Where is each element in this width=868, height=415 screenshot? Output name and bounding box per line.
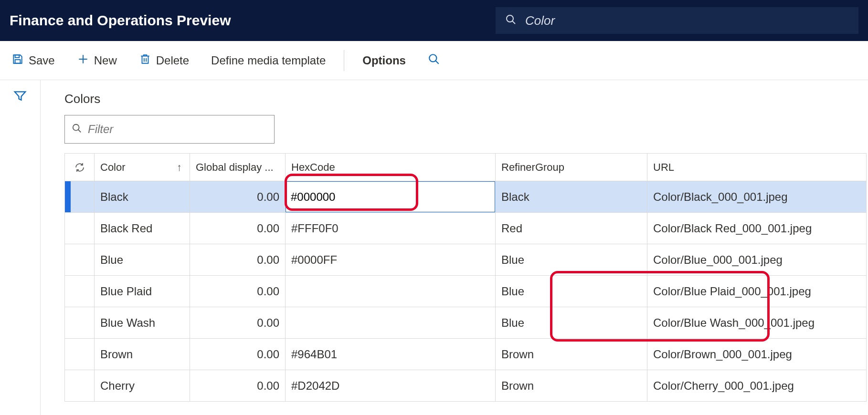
toolbar-separator xyxy=(344,50,344,71)
options-button[interactable]: Options xyxy=(359,51,410,70)
new-label: New xyxy=(94,54,117,67)
selected-row-indicator xyxy=(65,181,71,212)
row-selector-cell[interactable] xyxy=(65,213,95,244)
url-cell[interactable]: Color/Blue_000_001.jpeg xyxy=(647,244,866,275)
options-label: Options xyxy=(362,54,406,67)
url-cell[interactable]: Color/Brown_000_001.jpeg xyxy=(647,339,866,370)
global-display-cell[interactable]: 0.00 xyxy=(190,370,286,401)
save-label: Save xyxy=(29,54,55,67)
svg-rect-3 xyxy=(15,60,21,63)
page-title: Colors xyxy=(64,92,868,106)
hexcode-cell[interactable]: #964B01 xyxy=(286,339,496,370)
toolbar-search-button[interactable] xyxy=(424,50,444,71)
global-display-cell[interactable]: 0.00 xyxy=(190,339,286,370)
row-selector-cell[interactable] xyxy=(65,276,95,307)
search-icon xyxy=(428,53,440,68)
svg-line-11 xyxy=(78,130,81,133)
table-row[interactable]: Cherry0.00#D2042DBrownColor/Cherry_000_0… xyxy=(65,370,866,402)
url-cell[interactable]: Color/Blue Plaid_000_001.jpeg xyxy=(647,276,866,307)
svg-point-0 xyxy=(507,15,513,22)
delete-button[interactable]: Delete xyxy=(135,50,193,71)
hex-header-label: HexCode xyxy=(291,161,335,174)
hexcode-cell[interactable]: #FFF0F0 xyxy=(286,213,496,244)
hexcode-cell[interactable] xyxy=(286,181,496,212)
hexcode-cell[interactable] xyxy=(286,307,496,338)
refiner-cell[interactable]: Blue xyxy=(496,244,647,275)
url-header-label: URL xyxy=(653,161,674,174)
color-cell[interactable]: Black xyxy=(95,181,190,212)
table-row[interactable]: Blue Wash0.00BlueColor/Blue Wash_000_001… xyxy=(65,307,866,339)
global-display-cell[interactable]: 0.00 xyxy=(190,181,286,212)
new-button[interactable]: New xyxy=(73,50,121,71)
left-rail xyxy=(0,80,41,415)
global-display-column-header[interactable]: Global display ... xyxy=(190,154,286,181)
global-search[interactable]: Color xyxy=(496,7,858,34)
refiner-column-header[interactable]: RefinerGroup xyxy=(496,154,647,181)
color-cell[interactable]: Blue Wash xyxy=(95,307,190,338)
table-header-row: Color ↑ Global display ... HexCode Refin… xyxy=(65,154,866,181)
app-title: Finance and Operations Preview xyxy=(10,12,231,29)
svg-point-10 xyxy=(73,124,79,131)
hexcode-input[interactable] xyxy=(286,182,401,212)
global-search-text: Color xyxy=(525,13,555,28)
color-cell[interactable]: Blue xyxy=(95,244,190,275)
refiner-cell[interactable]: Blue xyxy=(496,307,647,338)
color-cell[interactable]: Black Red xyxy=(95,213,190,244)
search-icon xyxy=(72,123,82,135)
global-display-cell[interactable]: 0.00 xyxy=(190,276,286,307)
save-button[interactable]: Save xyxy=(8,50,59,71)
delete-label: Delete xyxy=(156,54,189,67)
search-icon xyxy=(505,14,525,27)
hexcode-cell[interactable]: #0000FF xyxy=(286,244,496,275)
hexcode-column-header[interactable]: HexCode xyxy=(286,154,496,181)
refiner-cell[interactable]: Blue xyxy=(496,276,647,307)
svg-rect-2 xyxy=(15,55,20,57)
global-display-cell[interactable]: 0.00 xyxy=(190,213,286,244)
row-selector-cell[interactable] xyxy=(65,370,95,401)
trash-icon xyxy=(139,53,151,68)
action-toolbar: Save New Delete Define media template Op… xyxy=(0,41,868,80)
url-cell[interactable]: Color/Black Red_000_001.jpeg xyxy=(647,213,866,244)
url-cell[interactable]: Color/Cherry_000_001.jpeg xyxy=(647,370,866,401)
hexcode-cell[interactable] xyxy=(286,276,496,307)
row-selector-cell[interactable] xyxy=(65,307,95,338)
svg-point-8 xyxy=(429,54,436,62)
hexcode-edit-wrap[interactable] xyxy=(286,181,495,212)
table-row[interactable]: Brown0.00#964B01BrownColor/Brown_000_001… xyxy=(65,339,866,370)
table-row[interactable]: Black0.00BlackColor/Black_000_001.jpeg xyxy=(65,181,866,213)
row-selector-cell[interactable] xyxy=(65,181,95,212)
sort-ascending-icon: ↑ xyxy=(177,161,184,174)
svg-line-1 xyxy=(512,21,515,24)
colors-table: Color ↑ Global display ... HexCode Refin… xyxy=(64,153,867,402)
svg-line-9 xyxy=(435,61,439,64)
color-cell[interactable]: Brown xyxy=(95,339,190,370)
global-display-cell[interactable]: 0.00 xyxy=(190,307,286,338)
global-header-label: Global display ... xyxy=(196,161,274,174)
filter-input[interactable] xyxy=(88,123,267,136)
color-cell[interactable]: Blue Plaid xyxy=(95,276,190,307)
global-display-cell[interactable]: 0.00 xyxy=(190,244,286,275)
table-row[interactable]: Blue0.00#0000FFBlueColor/Blue_000_001.jp… xyxy=(65,244,866,276)
url-column-header[interactable]: URL xyxy=(647,154,866,181)
refiner-cell[interactable]: Black xyxy=(496,181,647,212)
define-media-template-button[interactable]: Define media template xyxy=(207,51,329,70)
filter-icon[interactable] xyxy=(13,89,27,105)
url-cell[interactable]: Color/Blue Wash_000_001.jpeg xyxy=(647,307,866,338)
refiner-cell[interactable]: Brown xyxy=(496,339,647,370)
refresh-column-header[interactable] xyxy=(65,154,95,181)
url-cell[interactable]: Color/Black_000_001.jpeg xyxy=(647,181,866,212)
define-media-label: Define media template xyxy=(211,54,326,67)
content-panel: Colors Color ↑ xyxy=(41,80,868,415)
hexcode-cell[interactable]: #D2042D xyxy=(286,370,496,401)
table-row[interactable]: Blue Plaid0.00BlueColor/Blue Plaid_000_0… xyxy=(65,276,866,307)
color-cell[interactable]: Cherry xyxy=(95,370,190,401)
main-area: Colors Color ↑ xyxy=(0,80,868,415)
row-selector-cell[interactable] xyxy=(65,339,95,370)
filter-box[interactable] xyxy=(64,115,275,144)
refiner-cell[interactable]: Red xyxy=(496,213,647,244)
refiner-cell[interactable]: Brown xyxy=(496,370,647,401)
color-column-header[interactable]: Color ↑ xyxy=(95,154,190,181)
row-selector-cell[interactable] xyxy=(65,244,95,275)
plus-icon xyxy=(77,53,89,68)
table-row[interactable]: Black Red0.00#FFF0F0RedColor/Black Red_0… xyxy=(65,213,866,244)
